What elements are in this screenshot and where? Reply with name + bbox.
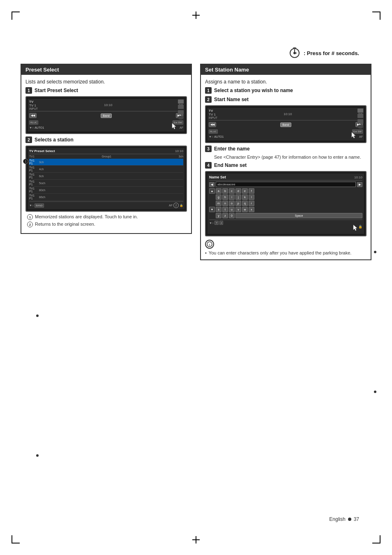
preset-item0-ch: 3ch [39, 161, 44, 164]
nameset-bottom-btn1[interactable]: Y [214, 221, 219, 225]
station-step3-desc: See <Character Entry> (page 47) for info… [214, 155, 367, 160]
side-dot-left-2 [36, 454, 39, 457]
screen1-icon1 [178, 99, 184, 104]
preset-item-5[interactable]: TV1 P1 86ch [29, 194, 183, 201]
key-r[interactable]: r [249, 201, 254, 206]
note-icon: i [205, 240, 214, 249]
preset-band-btn[interactable]: BAND [35, 204, 44, 208]
corner-mark-br [372, 535, 380, 543]
nameset-cursor-row: 🔒 [209, 225, 362, 232]
corner-mark-tl [12, 12, 20, 20]
key-v[interactable]: v [235, 207, 241, 212]
preset-item-4[interactable]: TV1 P1 80ch [29, 187, 183, 194]
preset-lock-icon: 🔒 [180, 204, 183, 207]
nameset-bottom-btn2[interactable]: z [219, 221, 223, 225]
nameset-lock-icon: 🔒 [358, 225, 362, 232]
key-x[interactable]: x [249, 207, 254, 212]
key-o[interactable]: o [229, 201, 235, 206]
side-dot-right-1 [374, 251, 376, 253]
key-a1[interactable]: a [216, 188, 221, 194]
preset-screen-time: 10:10 [175, 149, 183, 153]
preset-item-0[interactable]: TV1 P1 3ch [29, 159, 183, 166]
note-text-row: • You can enter characters only after yo… [205, 250, 367, 255]
key-q[interactable]: q [242, 201, 248, 206]
key-d1[interactable]: d [235, 188, 241, 194]
preset-item-2[interactable]: TV1 P1 6ch [29, 173, 183, 180]
note2-text: Returns to the original screen. [35, 222, 95, 227]
station-note-area: i • You can enter characters only after … [205, 240, 367, 255]
key-z[interactable]: z [222, 213, 228, 218]
key-up[interactable]: ▲ [209, 188, 215, 194]
screen1-input: INPUT [29, 107, 38, 110]
key-f1[interactable]: f [249, 188, 254, 194]
footer-language: English [329, 516, 345, 522]
station-rluc-btn[interactable]: RLUC [209, 130, 218, 134]
note-item-1: 1 Memorized stations are displayed. Touc… [27, 214, 187, 220]
nameset-fwd-btn[interactable]: ▶ [357, 182, 362, 187]
preset-item-1[interactable]: TV1 P1 4ch [29, 166, 183, 173]
screen1-prev-btn[interactable]: ◀◀ [29, 113, 37, 118]
key-p[interactable]: p [235, 201, 241, 206]
station-icon3 [357, 119, 363, 123]
key-g[interactable]: g [216, 194, 221, 200]
key-i[interactable]: i [229, 194, 235, 200]
station-step2-text: Start Name set [214, 97, 249, 102]
station-prev-btn[interactable]: ◀◀ [209, 122, 216, 127]
station-bottom-controls: RLUC Ext SW [209, 129, 363, 134]
note2-num: 2 [27, 222, 33, 227]
key-n[interactable]: n [222, 201, 228, 206]
station-screen1: TV TV 1 INPUT 10:10 2ch ◀◀ Band [205, 105, 367, 143]
keyboard-row-bottom: ▲ y z 0 Space [209, 213, 362, 218]
station-step1-text: Select a station you wish to name [214, 88, 293, 93]
svg-text:i: i [209, 243, 210, 247]
nameset-input-field[interactable]: abcdeaacee [216, 182, 356, 187]
screen1-auto-label: ▼○ [29, 126, 34, 129]
nameset-title-row: Name Set 10:10 [209, 175, 362, 180]
nameset-time: 10:10 [354, 176, 362, 179]
key-m[interactable]: m [216, 201, 221, 206]
key-j[interactable]: j [235, 194, 241, 200]
key-l[interactable]: l [249, 194, 254, 200]
key-k[interactable]: k [242, 194, 248, 200]
key-u[interactable]: u [229, 207, 235, 212]
nameset-screen: Name Set 10:10 ◀ abcdeaacee ▶ [205, 171, 367, 236]
key-e1[interactable]: e [242, 188, 248, 194]
key-h[interactable]: h [222, 194, 228, 200]
preset-item4-ch: 80ch [39, 189, 45, 192]
touch-cursor2 [350, 132, 357, 140]
preset-item5-id: TV1 P1 [29, 194, 37, 200]
side-dot-left-1 [36, 314, 39, 317]
station-screen1-inner: TV TV 1 INPUT 10:10 2ch ◀◀ Band [208, 108, 364, 141]
screen1-time: 10:10 [104, 103, 112, 107]
keyboard-row-3: ▲ m n o p q r [209, 201, 362, 206]
screen1-controls: ◀◀ Band ▶▶ [29, 112, 183, 119]
preset-item3-ch: 5och [39, 182, 45, 185]
set-station-header: Set Station Name [201, 65, 371, 75]
screen1-band-btn[interactable]: Band [101, 113, 111, 118]
preset-screen1-inner: TV TV 1 INPUT 10:10 2ch ◀◀ Band [28, 99, 184, 132]
set-station-body: Assigns a name to a station. 1 Select a … [201, 75, 371, 259]
key-c1[interactable]: c [229, 188, 235, 194]
key-space[interactable]: Space [235, 213, 362, 218]
key-w[interactable]: w [242, 207, 248, 212]
preset-step1-label: 1 Start Preset Select [25, 87, 187, 94]
station-icon1 [357, 109, 363, 113]
key-t[interactable]: t [222, 207, 228, 212]
key-down[interactable]: ▼ [209, 207, 215, 212]
svg-point-4 [294, 48, 295, 49]
screen1-title-area: TV TV 1 INPUT [29, 100, 38, 110]
key-y[interactable]: y [216, 213, 221, 218]
nameset-back-btn[interactable]: ◀ [209, 182, 214, 187]
key-b1[interactable]: b [222, 188, 228, 194]
step1-text: Start Preset Select [35, 88, 78, 93]
station-note-text: You can enter characters only after you … [209, 250, 352, 255]
preset-item-3[interactable]: TV1 P1 5och [29, 180, 183, 187]
clock-icon [289, 47, 300, 59]
key-s[interactable]: s [216, 207, 221, 212]
keyboard-grid: ▲ a b c d e f ▲ g h [209, 188, 362, 218]
preset-notes: 1 Memorized stations are displayed. Touc… [25, 214, 187, 227]
key-0[interactable]: 0 [229, 213, 235, 218]
screen1-rluc-btn[interactable]: RLUC [29, 120, 38, 125]
side-dot-right-2 [374, 391, 376, 393]
station-band-btn[interactable]: Band [280, 123, 291, 127]
